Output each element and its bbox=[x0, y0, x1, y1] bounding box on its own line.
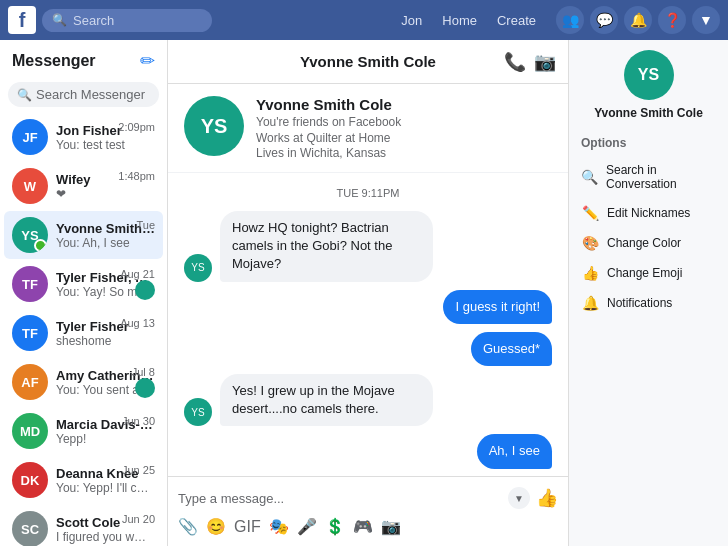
conversation-item-jon-fisher[interactable]: JF Jon Fisher You: test test 2:09pm bbox=[4, 113, 163, 161]
camera-icon[interactable]: 📷 bbox=[381, 517, 401, 536]
compose-button[interactable]: ✏ bbox=[140, 50, 155, 72]
profile-friends-text: You're friends on Facebook bbox=[256, 115, 401, 129]
right-panel: YS Yvonne Smith Cole Options 🔍 Search in… bbox=[568, 40, 728, 546]
conv-thumb bbox=[135, 378, 155, 398]
nav-link-jon[interactable]: Jon bbox=[393, 9, 430, 32]
message-bubble: Howz HQ tonight? Bactrian camels in the … bbox=[220, 211, 433, 282]
conv-avatar: SC bbox=[12, 511, 48, 546]
right-option-label: Search in Conversation bbox=[606, 163, 716, 191]
conv-time: 1:48pm bbox=[118, 170, 155, 182]
right-option-label: Edit Nicknames bbox=[607, 206, 690, 220]
conversation-item-amy-fisher[interactable]: AF Amy Catherine Fisher You: You sent a … bbox=[4, 358, 163, 406]
nav-icons: 👥 💬 🔔 ❓ ▼ bbox=[556, 6, 720, 34]
conv-time: 2:09pm bbox=[118, 121, 155, 133]
conversation-item-wifey[interactable]: W Wifey ❤ 1:48pm bbox=[4, 162, 163, 210]
conv-preview: sheshome bbox=[56, 334, 151, 348]
right-panel-name: Yvonne Smith Cole bbox=[569, 106, 728, 120]
msg-avatar: YS bbox=[184, 254, 212, 282]
attach-icon[interactable]: 📎 bbox=[178, 517, 198, 536]
sticker-icon[interactable]: 🎭 bbox=[269, 517, 289, 536]
send-button[interactable]: 👍 bbox=[536, 487, 558, 509]
conv-time: Aug 21 bbox=[120, 268, 155, 280]
gif-icon[interactable]: GIF bbox=[234, 518, 261, 536]
right-option-nicknames[interactable]: ✏️ Edit Nicknames bbox=[569, 198, 728, 228]
scroll-button[interactable]: ▼ bbox=[508, 487, 530, 509]
account-menu-icon[interactable]: ▼ bbox=[692, 6, 720, 34]
conv-preview: ❤ bbox=[56, 187, 151, 201]
right-option-color[interactable]: 🎨 Change Color bbox=[569, 228, 728, 258]
message-row-m3: Guessed* bbox=[184, 332, 552, 366]
conv-avatar: AF bbox=[12, 364, 48, 400]
notifications-icon: 🔔 bbox=[581, 295, 599, 311]
conv-avatar: MD bbox=[12, 413, 48, 449]
conversation-item-tyler-fisher2[interactable]: TF Tyler Fisher sheshome Aug 13 bbox=[4, 309, 163, 357]
video-icon[interactable]: 📷 bbox=[534, 51, 556, 73]
right-options-list: 🔍 Search in Conversation ✏️ Edit Nicknam… bbox=[569, 156, 728, 318]
profile-location: Lives in Wichita, Kansas bbox=[256, 146, 401, 160]
message-row-m5: Ah, I see bbox=[184, 434, 552, 468]
message-row-m4: YS Yes! I grew up in the Mojave desert..… bbox=[184, 374, 552, 426]
search-icon: 🔍 bbox=[52, 13, 67, 27]
message-bubble: Ah, I see bbox=[477, 434, 552, 468]
nav-links: Jon Home Create bbox=[393, 9, 544, 32]
help-icon[interactable]: ❓ bbox=[658, 6, 686, 34]
right-option-emoji[interactable]: 👍 Change Emoji bbox=[569, 258, 728, 288]
messenger-icon[interactable]: 💬 bbox=[590, 6, 618, 34]
facebook-logo[interactable]: f bbox=[8, 6, 36, 34]
conv-preview: Yepp! bbox=[56, 432, 151, 446]
conversation-item-tyler-fisher[interactable]: TF Tyler Fisher, Andy Fisher, Be... You:… bbox=[4, 260, 163, 308]
global-search-input[interactable] bbox=[73, 13, 202, 28]
sidebar-title: Messenger bbox=[12, 52, 96, 70]
search-icon: 🔍 bbox=[581, 169, 598, 185]
options-label: Options bbox=[569, 130, 728, 156]
conv-preview: I figured you would be 😊 Thanks! bbox=[56, 530, 151, 544]
conversation-item-deanna-knee[interactable]: DK Deanna Knee You: Yepp! I'll come by a… bbox=[4, 456, 163, 504]
friends-icon[interactable]: 👥 bbox=[556, 6, 584, 34]
chat-header: Yvonne Smith Cole 📞 📷 bbox=[168, 40, 568, 84]
nicknames-icon: ✏️ bbox=[581, 205, 599, 221]
conv-avatar: W bbox=[12, 168, 48, 204]
conv-avatar: TF bbox=[12, 266, 48, 302]
profile-work: Works at Quilter at Home bbox=[256, 131, 401, 145]
nav-link-home[interactable]: Home bbox=[434, 9, 485, 32]
date-divider: TUE 9:11PM bbox=[184, 187, 552, 199]
right-option-label: Notifications bbox=[607, 296, 672, 310]
right-option-search[interactable]: 🔍 Search in Conversation bbox=[569, 156, 728, 198]
conv-preview: You: Yepp! I'll come by after work, wha.… bbox=[56, 481, 151, 495]
conv-avatar: TF bbox=[12, 315, 48, 351]
conv-avatar: DK bbox=[12, 462, 48, 498]
conv-avatar: JF bbox=[12, 119, 48, 155]
conv-time: Jun 30 bbox=[122, 415, 155, 427]
game-icon[interactable]: 🎮 bbox=[353, 517, 373, 536]
chat-area: Yvonne Smith Cole 📞 📷 YS Yvonne Smith Co… bbox=[168, 40, 568, 546]
profile-avatar: YS bbox=[184, 96, 244, 156]
message-row-m1: YS Howz HQ tonight? Bactrian camels in t… bbox=[184, 211, 552, 282]
nav-link-create[interactable]: Create bbox=[489, 9, 544, 32]
color-icon: 🎨 bbox=[581, 235, 599, 251]
conv-preview: You: Ah, I see bbox=[56, 236, 151, 250]
emoji-icon[interactable]: 😊 bbox=[206, 517, 226, 536]
message-input[interactable] bbox=[178, 491, 502, 506]
audio-icon[interactable]: 🎤 bbox=[297, 517, 317, 536]
msg-avatar: YS bbox=[184, 398, 212, 426]
emoji-icon: 👍 bbox=[581, 265, 599, 281]
main-layout: Messenger ✏ 🔍 JF Jon Fisher You: test te… bbox=[0, 40, 728, 546]
input-toolbar: 📎 😊 GIF 🎭 🎤 💲 🎮 📷 bbox=[178, 513, 558, 540]
conversation-item-yvonne-smith-cole[interactable]: YS Yvonne Smith Cole You: Ah, I see Tue bbox=[4, 211, 163, 259]
conversation-item-scott-cole[interactable]: SC Scott Cole I figured you would be 😊 T… bbox=[4, 505, 163, 546]
profile-info-panel: YS Yvonne Smith Cole You're friends on F… bbox=[168, 84, 568, 173]
chat-header-icons: 📞 📷 bbox=[504, 51, 556, 73]
conversation-item-marcia-davis[interactable]: MD Marcia Davis-Stuhlsatz Yepp! Jun 30 bbox=[4, 407, 163, 455]
conv-preview: You: test test bbox=[56, 138, 151, 152]
conversation-list: JF Jon Fisher You: test test 2:09pm W Wi… bbox=[0, 113, 167, 546]
profile-details: Yvonne Smith Cole You're friends on Face… bbox=[256, 96, 401, 160]
sidebar-search-icon: 🔍 bbox=[17, 88, 32, 102]
conv-avatar: YS bbox=[12, 217, 48, 253]
phone-icon[interactable]: 📞 bbox=[504, 51, 526, 73]
right-option-notifications[interactable]: 🔔 Notifications bbox=[569, 288, 728, 318]
conv-time: Aug 13 bbox=[120, 317, 155, 329]
chat-input-area: ▼ 👍 📎 😊 GIF 🎭 🎤 💲 🎮 📷 bbox=[168, 476, 568, 546]
payment-icon[interactable]: 💲 bbox=[325, 517, 345, 536]
messages-area: TUE 9:11PM YS Howz HQ tonight? Bactrian … bbox=[168, 173, 568, 476]
notifications-icon[interactable]: 🔔 bbox=[624, 6, 652, 34]
